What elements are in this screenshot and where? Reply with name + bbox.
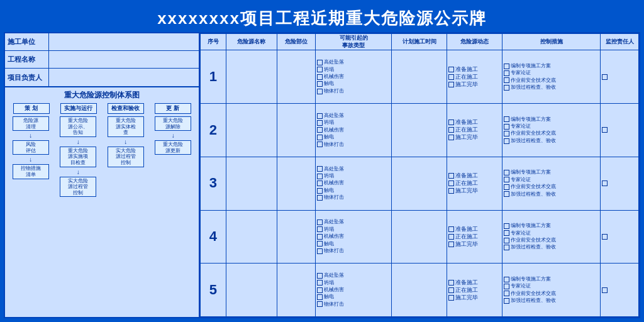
- monitor-checkbox[interactable]: [602, 287, 608, 293]
- checkbox[interactable]: [317, 113, 323, 119]
- incident-label: 物体打击: [324, 248, 344, 254]
- status-checkbox[interactable]: [448, 135, 454, 140]
- status-checkbox[interactable]: [448, 188, 454, 194]
- checkbox[interactable]: [317, 241, 323, 247]
- main-container: xxxxxxxx项目工程近期重大危险源公示牌 施工单位 工程名称 项目负责人: [0, 0, 644, 322]
- checkbox[interactable]: [317, 226, 323, 232]
- status-item: 正在施工: [448, 233, 501, 240]
- monitor-checkbox[interactable]: [602, 234, 608, 240]
- diag-cell-解除: 重大危险源解除: [155, 116, 191, 131]
- checkbox[interactable]: [317, 301, 323, 307]
- control-checkbox[interactable]: [504, 223, 509, 229]
- control-checkbox[interactable]: [504, 77, 509, 83]
- diag-col-更新: 更 新: [155, 103, 191, 114]
- status-label: 施工完毕: [455, 134, 478, 141]
- status-checkbox[interactable]: [448, 180, 454, 186]
- control-checkbox[interactable]: [504, 245, 509, 250]
- control-checkbox[interactable]: [504, 291, 509, 296]
- control-label: 加强过程检查、验收: [511, 84, 556, 91]
- monitor-checkbox[interactable]: [602, 74, 608, 80]
- hazard-name-1: [226, 50, 277, 104]
- control-checkbox[interactable]: [504, 298, 509, 304]
- diag-col-1: 危险源清理 ↓ 风险评估 ↓ 控物措施清单: [13, 116, 49, 316]
- checkbox[interactable]: [317, 60, 323, 65]
- control-checkbox[interactable]: [504, 284, 509, 289]
- status-checkbox[interactable]: [448, 287, 454, 293]
- status-label: 正在施工: [455, 74, 478, 80]
- status-item: 正在施工: [448, 74, 501, 80]
- checkbox[interactable]: [317, 180, 323, 186]
- control-checkbox[interactable]: [504, 184, 509, 190]
- control-checkbox[interactable]: [504, 230, 509, 236]
- control-checkbox[interactable]: [504, 177, 509, 182]
- checkbox[interactable]: [317, 89, 323, 94]
- status-checkbox[interactable]: [448, 173, 454, 179]
- control-checkbox[interactable]: [504, 124, 509, 130]
- control-checkbox[interactable]: [504, 138, 509, 144]
- diag-col-实施: 实施与运行: [60, 103, 97, 114]
- diag-cell-风险评估: 风险评估: [13, 140, 49, 155]
- control-checkbox[interactable]: [504, 277, 509, 282]
- checkbox[interactable]: [317, 248, 323, 254]
- incident-label: 机械伤害: [324, 287, 344, 293]
- control-checkbox[interactable]: [504, 64, 509, 69]
- status-cell-1: 准备施工正在施工施工完毕: [447, 50, 502, 104]
- checkbox[interactable]: [317, 127, 323, 133]
- checkbox[interactable]: [317, 174, 323, 179]
- checkbox[interactable]: [317, 294, 323, 300]
- th-控制措施: 控制措施: [502, 34, 601, 50]
- checkbox[interactable]: [317, 280, 323, 286]
- checkbox[interactable]: [317, 120, 323, 126]
- checkbox[interactable]: [317, 219, 323, 225]
- incident-label: 触电: [324, 187, 334, 194]
- hazard-loc-2: [277, 104, 315, 157]
- status-checkbox[interactable]: [448, 226, 454, 232]
- control-checkbox[interactable]: [504, 131, 509, 136]
- incident-label: 高处坠落: [324, 166, 344, 172]
- status-checkbox[interactable]: [448, 242, 454, 247]
- control-label: 编制专项施工方案: [511, 169, 551, 175]
- info-row-施工单位: 施工单位: [5, 33, 199, 51]
- status-checkbox[interactable]: [448, 127, 454, 133]
- status-checkbox[interactable]: [448, 295, 454, 301]
- diag-col-3: 重大危险源实体检查 ↓ 实大危险源过程管控制: [108, 116, 144, 316]
- plan-time-2: [392, 104, 447, 157]
- control-checkbox[interactable]: [504, 70, 509, 76]
- checkbox[interactable]: [317, 67, 323, 72]
- control-checkbox[interactable]: [504, 116, 509, 122]
- th-序号: 序号: [201, 34, 226, 50]
- control-label: 编制专项施工方案: [511, 223, 551, 229]
- checkbox[interactable]: [317, 188, 323, 194]
- status-checkbox[interactable]: [448, 234, 454, 240]
- incident-label: 高处坠落: [324, 272, 344, 279]
- incident-label: 物体打击: [324, 301, 344, 308]
- status-checkbox[interactable]: [448, 74, 454, 80]
- incident-label: 高处坠落: [324, 113, 344, 119]
- status-checkbox[interactable]: [448, 119, 454, 125]
- checkbox[interactable]: [317, 74, 323, 80]
- control-label: 编制专项施工方案: [511, 63, 551, 69]
- control-checkbox[interactable]: [504, 85, 509, 91]
- checkbox[interactable]: [317, 195, 323, 201]
- checkbox[interactable]: [317, 287, 323, 293]
- checkbox[interactable]: [317, 135, 323, 140]
- seq-cell-2: 2: [201, 104, 226, 157]
- hazard-name-5: [226, 264, 277, 317]
- status-checkbox[interactable]: [448, 67, 454, 72]
- table-header-row: 序号 危险源名称 危险部位 可能引起的事故类型 计划施工时间 危险源动态 控制措…: [201, 34, 639, 50]
- monitor-checkbox[interactable]: [602, 127, 608, 133]
- incident-label: 触电: [324, 241, 334, 247]
- checkbox[interactable]: [317, 273, 323, 279]
- checkbox[interactable]: [317, 142, 323, 147]
- control-checkbox[interactable]: [504, 191, 509, 197]
- checkbox[interactable]: [317, 166, 323, 172]
- checkbox[interactable]: [317, 234, 323, 240]
- plan-time-1: [392, 50, 447, 104]
- monitor-checkbox[interactable]: [602, 180, 608, 186]
- checkbox[interactable]: [317, 81, 323, 87]
- table-row: 5高处坠落坍塌机械伤害触电物体打击准备施工正在施工施工完毕编制专项施工方案专家论…: [201, 264, 639, 317]
- status-checkbox[interactable]: [448, 280, 454, 286]
- control-checkbox[interactable]: [504, 238, 509, 243]
- control-checkbox[interactable]: [504, 170, 509, 175]
- status-checkbox[interactable]: [448, 82, 454, 87]
